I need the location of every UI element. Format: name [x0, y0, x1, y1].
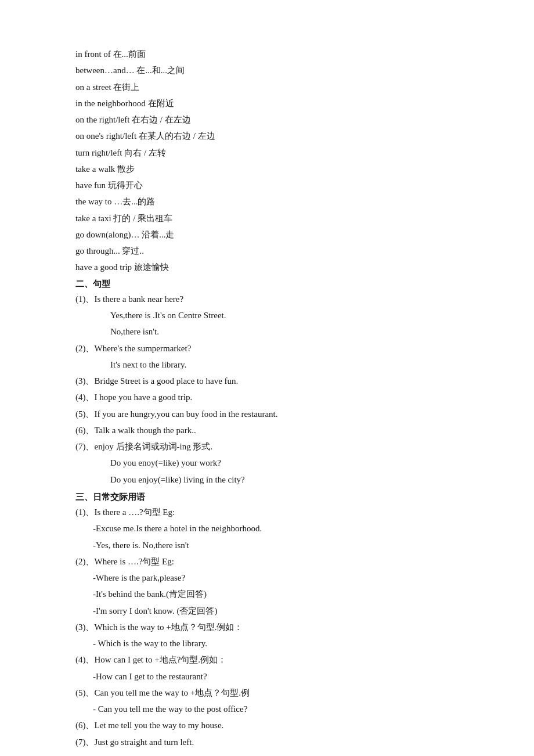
sub-item-line: -Yes, there is. No,there isn't	[75, 538, 459, 553]
section2-item: (5)、If you are hungry,you can buy food i…	[75, 406, 459, 422]
section3-item: (1)、Is there a ….?句型 Eg:-Excuse me.Is th…	[75, 505, 459, 553]
section3-item: (4)、How can I get to +地点?句型.例如：-How can …	[75, 652, 459, 684]
item-line: (2)、Where's the sumpermarket?	[75, 341, 459, 356]
section2: 二、句型 (1)、Is there a bank near here?Yes,t…	[75, 276, 459, 487]
section2-item: (6)、Talk a walk though the park..	[75, 423, 459, 438]
sub-item-line: -I'm sorry I don't know. (否定回答)	[75, 603, 459, 618]
section3: 三、日常交际用语 (1)、Is there a ….?句型 Eg:-Excuse…	[75, 489, 459, 750]
section2-item: (7)、enjoy 后接名词或动词-ing 形式.Do you enoy(=li…	[75, 439, 459, 487]
phrase-line: take a walk 散步	[75, 161, 459, 177]
section2-item: (2)、Where's the sumpermarket?It's next t…	[75, 341, 459, 373]
sub-item-line: - Which is the way to the library.	[75, 636, 459, 651]
item-line: (1)、Is there a bank near here?	[75, 291, 459, 307]
sub-item-line: Do you enjoy(=like) living in the city?	[75, 472, 459, 487]
section2-title: 二、句型	[75, 279, 110, 289]
sub-item-line: -Excuse me.Is there a hotel in the neigh…	[75, 521, 459, 536]
section2-items: (1)、Is there a bank near here?Yes,there …	[75, 291, 459, 487]
sub-item-line: - Can you tell me the way to the post of…	[75, 701, 459, 717]
main-content: in front of 在...前面between…and… 在...和...之…	[75, 46, 459, 750]
section3-item: (2)、Where is ….?句型 Eg:-Where is the park…	[75, 554, 459, 618]
item-line: (6)、Let me tell you the way to my house.	[75, 718, 459, 733]
sub-item-line: Yes,there is .It's on Centre Street.	[75, 308, 459, 323]
sub-item-line: -It's behind the bank.(肯定回答)	[75, 586, 459, 602]
section3-item: (3)、Which is the way to +地点？句型.例如：- Whic…	[75, 620, 459, 651]
phrase-line: go through... 穿过..	[75, 243, 459, 258]
item-line: (5)、If you are hungry,you can buy food i…	[75, 406, 459, 422]
item-line: (5)、Can you tell me the way to +地点？句型.例	[75, 685, 459, 700]
item-line: (2)、Where is ….?句型 Eg:	[75, 554, 459, 569]
item-line: (6)、Talk a walk though the park..	[75, 423, 459, 438]
item-line: (4)、How can I get to +地点?句型.例如：	[75, 652, 459, 667]
item-line: (7)、enjoy 后接名词或动词-ing 形式.	[75, 439, 459, 454]
section3-item: (5)、Can you tell me the way to +地点？句型.例-…	[75, 685, 459, 717]
phrase-line: have a good trip 旅途愉快	[75, 260, 459, 275]
phrase-line: on the right/left 在右边 / 在左边	[75, 112, 459, 127]
section3-item: (7)、Just go straight and turn left.	[75, 735, 459, 750]
phrase-line: between…and… 在...和...之间	[75, 63, 459, 78]
phrase-line: go down(along)… 沿着...走	[75, 227, 459, 242]
sub-item-line: No,there isn't.	[75, 324, 459, 339]
item-line: (3)、Bridge Street is a good place to hav…	[75, 373, 459, 388]
phrase-line: have fun 玩得开心	[75, 178, 459, 193]
item-line: (3)、Which is the way to +地点？句型.例如：	[75, 620, 459, 635]
phrase-line: on a street 在街上	[75, 80, 459, 95]
sub-item-line: -Where is the park,please?	[75, 570, 459, 585]
section2-item: (3)、Bridge Street is a good place to hav…	[75, 373, 459, 388]
item-line: (4)、I hope you have a good trip.	[75, 390, 459, 405]
phrase-line: turn right/left 向右 / 左转	[75, 145, 459, 160]
phrase-line: take a taxi 打的 / 乘出租车	[75, 211, 459, 226]
phrase-line: in front of 在...前面	[75, 46, 459, 62]
section3-item: (6)、Let me tell you the way to my house.	[75, 718, 459, 733]
phrases-section: in front of 在...前面between…and… 在...和...之…	[75, 46, 459, 275]
item-line: (1)、Is there a ….?句型 Eg:	[75, 505, 459, 520]
section2-item: (4)、I hope you have a good trip.	[75, 390, 459, 405]
section3-items: (1)、Is there a ….?句型 Eg:-Excuse me.Is th…	[75, 505, 459, 750]
phrase-line: in the neighborhood 在附近	[75, 96, 459, 111]
sub-item-line: -How can I get to the restaurant?	[75, 669, 459, 684]
phrase-line: the way to …去...的路	[75, 194, 459, 209]
sub-item-line: It's next to the library.	[75, 357, 459, 372]
item-line: (7)、Just go straight and turn left.	[75, 735, 459, 750]
section2-item: (1)、Is there a bank near here?Yes,there …	[75, 291, 459, 340]
phrase-line: on one's right/left 在某人的右边 / 左边	[75, 128, 459, 143]
section3-title: 三、日常交际用语	[75, 492, 145, 502]
sub-item-line: Do you enoy(=like) your work?	[75, 455, 459, 470]
